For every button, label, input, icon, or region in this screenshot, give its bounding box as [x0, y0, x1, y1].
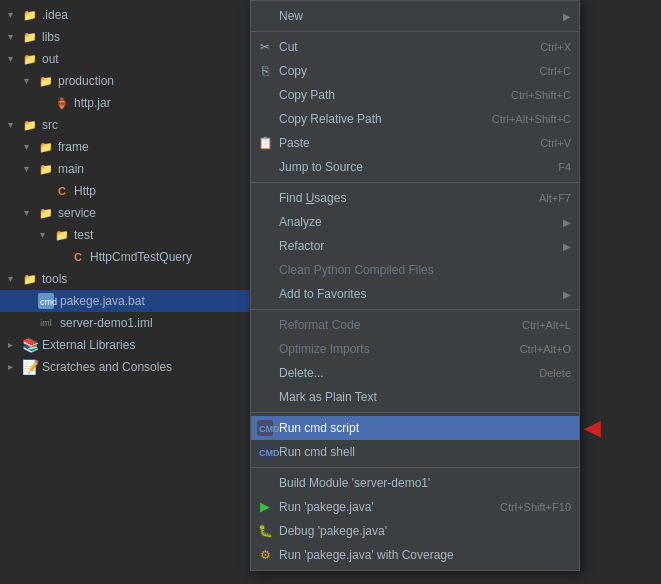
folder-icon-idea: 📁 [22, 7, 38, 23]
menu-label-build-module: Build Module 'server-demo1' [279, 476, 571, 490]
menu-item-clean-python[interactable]: Clean Python Compiled Files [251, 258, 579, 282]
label-production: production [58, 74, 114, 88]
tree-item-libs[interactable]: 📁 libs [0, 26, 250, 48]
tree-item-src[interactable]: 📁 src [0, 114, 250, 136]
menu-item-jump-to-source[interactable]: Jump to Source F4 [251, 155, 579, 179]
folder-icon-libs: 📁 [22, 29, 38, 45]
jar-icon-http: 🏺 [54, 95, 70, 111]
menu-item-build-module[interactable]: Build Module 'server-demo1' [251, 471, 579, 495]
menu-label-debug-pakege: Debug 'pakege.java' [279, 524, 571, 538]
cmd-icon-run-shell: CMD [257, 444, 273, 460]
menu-item-copy[interactable]: ⎘ Copy Ctrl+C [251, 59, 579, 83]
tree-item-external-libs[interactable]: 📚 External Libraries [0, 334, 250, 356]
arrow-test [40, 229, 52, 241]
menu-label-copy-path: Copy Path [279, 88, 491, 102]
menu-label-optimize-imports: Optimize Imports [279, 342, 500, 356]
folder-icon-service: 📁 [38, 205, 54, 221]
arrow-http-jar [40, 97, 52, 109]
menu-sep-4 [251, 412, 579, 413]
paste-icon: 📋 [257, 135, 273, 151]
menu-arrow-refactor: ▶ [563, 241, 571, 252]
menu-item-run-coverage[interactable]: ⚙ Run 'pakege.java' with Coverage [251, 543, 579, 567]
menu-item-copy-path[interactable]: Copy Path Ctrl+Shift+C [251, 83, 579, 107]
menu-label-run-cmd-script: Run cmd script [279, 421, 571, 435]
menu-item-cut[interactable]: ✂ Cut Ctrl+X [251, 35, 579, 59]
arrow-idea [8, 9, 20, 21]
shortcut-cut: Ctrl+X [540, 41, 571, 53]
scissors-icon: ✂ [257, 39, 273, 55]
shortcut-jump-to-source: F4 [558, 161, 571, 173]
label-server-demo-iml: server-demo1.iml [60, 316, 153, 330]
tree-item-test[interactable]: 📁 test [0, 224, 250, 246]
shortcut-delete: Delete [539, 367, 571, 379]
label-service: service [58, 206, 96, 220]
debug-icon-pakege: 🐛 [257, 523, 273, 539]
tree-item-production[interactable]: 📁 production [0, 70, 250, 92]
arrow-production [24, 75, 36, 87]
tree-item-http-jar[interactable]: 🏺 http.jar [0, 92, 250, 114]
menu-item-refactor[interactable]: Refactor ▶ [251, 234, 579, 258]
menu-label-analyze: Analyze [279, 215, 557, 229]
folder-icon-out: 📁 [22, 51, 38, 67]
label-pakege-bat: pakege.java.bat [60, 294, 145, 308]
menu-label-reformat-code: Reformat Code [279, 318, 502, 332]
menu-sep-3 [251, 309, 579, 310]
menu-item-copy-relative-path[interactable]: Copy Relative Path Ctrl+Alt+Shift+C [251, 107, 579, 131]
menu-item-paste[interactable]: 📋 Paste Ctrl+V [251, 131, 579, 155]
arrow-libs [8, 31, 20, 43]
tree-item-idea[interactable]: 📁 .idea [0, 4, 250, 26]
menu-label-jump-to-source: Jump to Source [279, 160, 538, 174]
run-icon-pakege: ▶ [257, 499, 273, 515]
coverage-icon-pakege: ⚙ [257, 547, 273, 563]
tree-item-frame[interactable]: 📁 frame [0, 136, 250, 158]
arrow-Http [40, 185, 52, 197]
menu-label-run-pakege: Run 'pakege.java' [279, 500, 480, 514]
label-test: test [74, 228, 93, 242]
menu-item-mark-plain-text[interactable]: Mark as Plain Text [251, 385, 579, 409]
menu-label-find-usages: Find Usages [279, 191, 519, 205]
tree-item-Http[interactable]: C Http [0, 180, 250, 202]
tree-item-service[interactable]: 📁 service [0, 202, 250, 224]
tree-item-tools[interactable]: 📁 tools [0, 268, 250, 290]
tree-item-out[interactable]: 📁 out [0, 48, 250, 70]
menu-item-new[interactable]: New ▶ [251, 4, 579, 28]
label-src: src [42, 118, 58, 132]
menu-item-run-pakege[interactable]: ▶ Run 'pakege.java' Ctrl+Shift+F10 [251, 495, 579, 519]
label-tools: tools [42, 272, 67, 286]
folder-icon-test: 📁 [54, 227, 70, 243]
menu-item-find-usages[interactable]: Find Usages Alt+F7 [251, 186, 579, 210]
menu-item-delete[interactable]: Delete... Delete [251, 361, 579, 385]
tree-item-HttpCmdTestQuery[interactable]: C HttpCmdTestQuery [0, 246, 250, 268]
menu-label-run-cmd-shell: Run cmd shell [279, 445, 571, 459]
cmd-icon-run-script: CMD [257, 420, 273, 436]
iml-icon-server: iml [38, 315, 54, 331]
menu-item-debug-pakege[interactable]: 🐛 Debug 'pakege.java' [251, 519, 579, 543]
folder-icon-frame: 📁 [38, 139, 54, 155]
tree-item-pakege-bat[interactable]: cmd pakege.java.bat [0, 290, 250, 312]
menu-label-copy: Copy [279, 64, 520, 78]
java-icon-Http: C [54, 183, 70, 199]
menu-label-new: New [279, 9, 557, 23]
menu-item-run-cmd-script[interactable]: CMD Run cmd script ◀ [251, 416, 579, 440]
java-icon-HttpCmdTestQuery: C [70, 249, 86, 265]
menu-item-analyze[interactable]: Analyze ▶ [251, 210, 579, 234]
menu-label-clean-python: Clean Python Compiled Files [279, 263, 571, 277]
shortcut-find-usages: Alt+F7 [539, 192, 571, 204]
arrow-server-demo-iml [24, 317, 36, 329]
menu-label-paste: Paste [279, 136, 520, 150]
bat-icon-pakege: cmd [38, 293, 54, 309]
ext-icon-external-libs: 📚 [22, 337, 38, 353]
menu-item-optimize-imports[interactable]: Optimize Imports Ctrl+Alt+O [251, 337, 579, 361]
menu-label-delete: Delete... [279, 366, 519, 380]
tree-item-scratches[interactable]: 📝 Scratches and Consoles [0, 356, 250, 378]
menu-item-add-to-favorites[interactable]: Add to Favorites ▶ [251, 282, 579, 306]
menu-label-refactor: Refactor [279, 239, 557, 253]
menu-arrow-new: ▶ [563, 11, 571, 22]
label-HttpCmdTestQuery: HttpCmdTestQuery [90, 250, 192, 264]
label-out: out [42, 52, 59, 66]
menu-item-reformat-code[interactable]: Reformat Code Ctrl+Alt+L [251, 313, 579, 337]
tree-item-server-demo-iml[interactable]: iml server-demo1.iml [0, 312, 250, 334]
shortcut-paste: Ctrl+V [540, 137, 571, 149]
tree-item-main[interactable]: 📁 main [0, 158, 250, 180]
menu-item-run-cmd-shell[interactable]: CMD Run cmd shell [251, 440, 579, 464]
